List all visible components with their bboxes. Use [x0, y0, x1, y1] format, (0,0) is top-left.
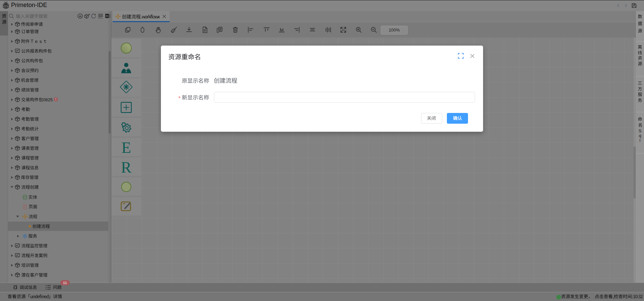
svg-text:In: In	[106, 15, 108, 17]
svg-text:AI: AI	[79, 15, 81, 18]
svg-text:E: E	[121, 142, 131, 154]
svg-text:R: R	[121, 162, 132, 173]
